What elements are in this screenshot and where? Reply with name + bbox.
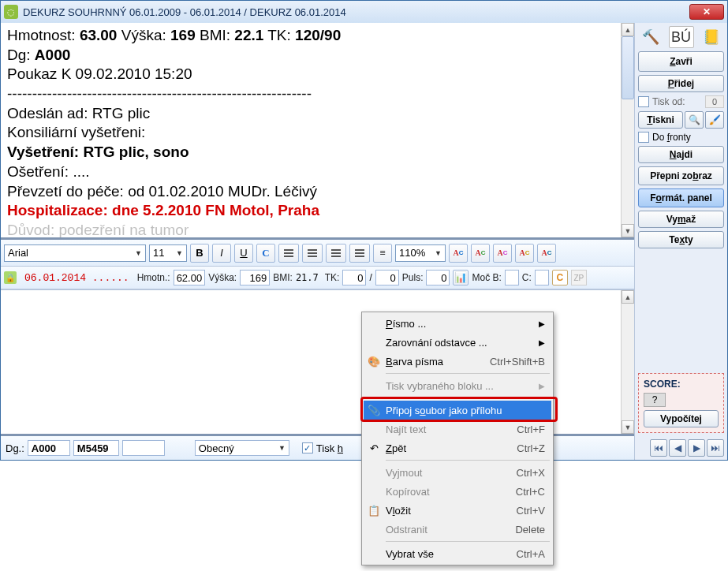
texty-button[interactable]: Texty [638,231,724,248]
type-combo[interactable]: Obecný▼ [195,440,289,456]
menu-tisk-bloku: Tisk vybraného bloku ...▶ [364,376,551,395]
format-panel-button[interactable]: Formát. panel [638,188,724,207]
label-vyska2: Výška: [208,272,237,283]
vypocitej-button[interactable]: Vypočítej [644,410,719,427]
align-center-button[interactable] [302,244,323,263]
bullets-button[interactable]: ≡ [373,244,392,263]
line-konsiliarne: Konsiliární vyšetřeni: [7,123,628,143]
editor-scroll-up-icon[interactable]: ▲ [622,290,634,304]
chart-icon[interactable]: 📊 [453,270,469,286]
brush-icon[interactable]: 🖌️ [705,111,724,129]
input-tk1[interactable]: 0 [342,270,366,286]
input-dg1[interactable]: A000 [28,440,70,456]
line-hospitalizace: Hospitalizace: dne 5.2.2010 FN Motol, Pr… [7,201,628,221]
tk-slash: / [369,272,371,283]
value-bmi2: 21.7 [296,272,319,283]
font-size-value: 11 [153,247,164,259]
scroll-down-icon[interactable]: ▼ [622,224,634,237]
bold-button[interactable]: B [190,244,209,263]
title-bar: ◌ DEKURZ SOUHRNNÝ 06.01.2009 - 06.01.201… [1,1,727,23]
text-color-3-button[interactable]: AC [493,244,512,263]
menu-najit-text: Najít textCtrl+F [364,420,551,439]
type-combo-value: Obecný [199,442,234,454]
input-tk2[interactable]: 0 [375,270,399,286]
input-dg2[interactable]: M5459 [73,440,119,456]
nav-prev-button[interactable]: ◀ [669,439,686,457]
bu-button[interactable]: BÚ [669,26,694,48]
do-fronty-checkbox[interactable] [638,132,649,143]
zavri-button[interactable]: Zavři [638,51,724,72]
menu-pripoj-soubor[interactable]: 📎 Připoj soubor jako přílohu [364,401,551,420]
entry-date: 06.01.2014 ...... [20,272,134,284]
close-window-button[interactable]: ✕ [689,4,724,20]
pridej-button[interactable]: Přidej [638,75,724,92]
menu-vybrat-vse[interactable]: Vybrat všeCtrl+A [364,544,551,563]
tisk-od-checkbox[interactable] [638,96,649,107]
hammer-icon[interactable]: 🔨 [638,26,663,48]
tisk-od-label: Tisk od: [652,96,685,107]
editor-scrollbar[interactable]: ▲ ▼ [621,290,634,434]
label-mocb: Moč B: [472,272,501,283]
najdi-button[interactable]: Najdi [638,146,724,163]
scroll-up-icon[interactable]: ▲ [622,23,634,36]
italic-button[interactable]: I [212,244,231,263]
font-family-combo[interactable]: Arial▼ [4,244,146,262]
tiskni-button[interactable]: Tiskni [638,111,683,129]
lock-icon[interactable]: 🔒 [4,271,17,284]
input-c[interactable] [535,270,549,286]
font-size-combo[interactable]: 11▼ [149,244,187,262]
editor-scroll-down-icon[interactable]: ▼ [622,420,634,434]
font-family-value: Arial [8,247,28,259]
document-content[interactable]: Hmotnost: 63.00 Výška: 169 BMI: 22.1 TK:… [1,23,634,240]
value-vyska: 169 [170,27,196,43]
label-hmotnost: Hmotnost: [7,27,80,43]
tisk-h-checkbox[interactable]: ✓ [302,442,313,453]
font-color-button[interactable]: C [256,244,275,263]
nav-next-button[interactable]: ▶ [688,439,705,457]
text-color-1-button[interactable]: AC [449,244,468,263]
input-vyska[interactable]: 169 [240,270,270,286]
line-poukaz: Poukaz K 09.02.2010 15:20 [7,65,628,84]
menu-zarovnani[interactable]: Zarovnání odstavce ...▶ [364,333,551,352]
line-odeslan: Odeslán ad: RTG plic [7,104,628,124]
notebook-icon[interactable]: 📒 [699,26,724,48]
scroll-thumb[interactable] [622,36,634,99]
menu-pismo[interactable]: Písmo ...▶ [364,314,551,333]
vymaz-button[interactable]: Vymaž [638,211,724,228]
text-color-2-button[interactable]: AC [471,244,490,263]
score-value: ? [644,393,666,407]
nav-first-button[interactable]: ⏮ [650,439,667,457]
menu-zpet[interactable]: ↶ ZpětCtrl+Z [364,439,551,457]
text-color-5-button[interactable]: AC [537,244,556,263]
tisk-od-value[interactable]: 0 [705,95,724,108]
score-panel: SCORE: ? Vypočítej [638,373,724,433]
input-hmotn[interactable]: 62.00 [174,270,206,286]
do-fronty-label: Do fronty [652,132,691,143]
input-mocb[interactable] [505,270,519,286]
text-color-4-button[interactable]: AC [515,244,534,263]
doc-scrollbar[interactable]: ▲ ▼ [621,23,634,237]
nav-row: ⏮ ◀ ▶ ⏭ [638,439,724,457]
context-menu: Písmo ...▶ Zarovnání odstavce ...▶ 🎨 Bar… [361,312,554,565]
vitals-toolbar: 🔒 06.01.2014 ...... Hmotn.: 62.00 Výška:… [1,267,634,290]
nav-last-button[interactable]: ⏭ [707,439,724,457]
label-c: C: [522,272,532,283]
input-dg3[interactable] [122,440,165,456]
label-bmi: BMI: [200,27,234,43]
menu-barva-pisma[interactable]: 🎨 Barva písmaCtrl+Shift+B [364,352,551,371]
menu-vlozit[interactable]: 📋 VložitCtrl+V [364,501,551,520]
window-title: DEKURZ SOUHRNNÝ 06.01.2009 - 06.01.2014 … [23,6,346,18]
align-right-button[interactable] [326,244,346,263]
underline-button[interactable]: U [234,244,253,263]
align-justify-button[interactable] [349,244,370,263]
c-button[interactable]: C [552,270,568,286]
prepni-zobraz-button[interactable]: Přepni zobraz [638,166,724,185]
input-puls[interactable]: 0 [426,270,450,286]
preview-icon[interactable]: 🔍 [685,111,704,129]
zoom-combo[interactable]: 110%▼ [395,244,446,262]
align-left-button[interactable] [278,244,299,263]
zoom-value: 110% [399,247,425,259]
label-tk: TK: [267,27,295,43]
document-viewport: Hmotnost: 63.00 Výška: 169 BMI: 22.1 TK:… [1,23,634,240]
line-vysetreni: Vyšetření: RTG plic, sono [7,144,189,160]
